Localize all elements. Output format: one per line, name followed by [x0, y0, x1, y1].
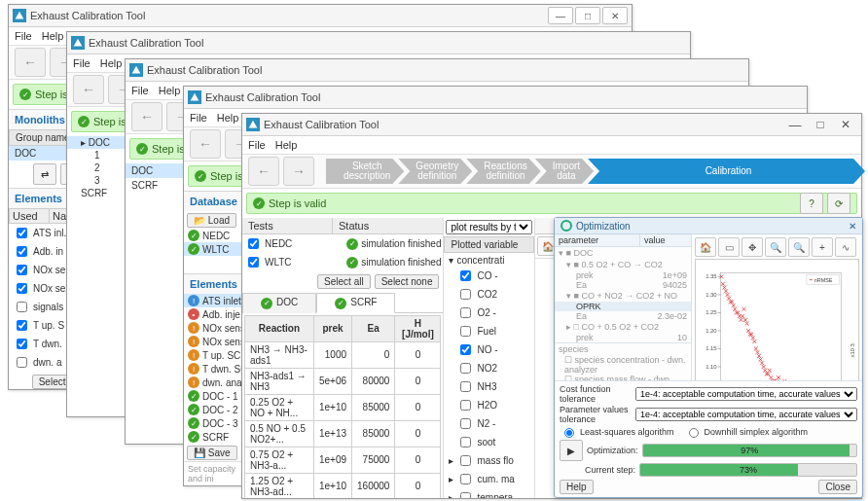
select-all-button[interactable]: Select all — [317, 274, 371, 289]
reaction-row[interactable]: NH3-ads1 → NH35e+06800000 — [245, 368, 441, 394]
plot-mode-select[interactable]: plot results by test — [446, 220, 532, 234]
svg-text:1.15: 1.15 — [705, 345, 717, 351]
cb-o2[interactable] — [460, 307, 471, 318]
menu-help[interactable]: Help — [217, 112, 239, 124]
grp-mass[interactable]: ▸ mass flo — [447, 451, 531, 470]
minimize-button[interactable]: — — [548, 7, 573, 24]
minimize-button[interactable]: — — [783, 117, 807, 132]
home-icon[interactable]: 🏠 — [695, 237, 716, 257]
menu-file[interactable]: File — [190, 112, 207, 124]
opt-selected-param[interactable]: OPRK — [576, 302, 601, 311]
cb-co[interactable] — [460, 270, 471, 281]
zoom-in-icon[interactable]: 🔍 — [765, 237, 786, 257]
reaction-row[interactable]: 0.25 O2 + NO + NH...1e+10850000 — [245, 394, 441, 420]
opt-help-button[interactable]: Help — [560, 480, 594, 494]
window-title: Exhaust Calibration Tool — [264, 119, 781, 130]
opt-cft-select[interactable]: 1e-4: acceptable computation time, accur… — [635, 387, 857, 401]
nav-forward[interactable]: → — [283, 157, 314, 186]
grp-temp[interactable]: ▸ tempera — [447, 488, 531, 498]
test-wltc[interactable]: WLTC✓simulation finished — [242, 253, 443, 271]
menu-file[interactable]: File — [73, 57, 90, 69]
opt-alg-lsq[interactable]: Least-squares algorithm — [560, 425, 674, 438]
opt-chart-toolbar: 🏠 ▭ ✥ 🔍 🔍 + ∿ — [695, 237, 859, 257]
ok-icon: ✓ — [346, 257, 358, 268]
close-button[interactable]: ✕ — [602, 7, 628, 24]
window-title: Exhaust Calibration Tool — [147, 64, 744, 76]
cb-soot[interactable] — [460, 437, 471, 447]
reaction-row[interactable]: 0.75 O2 + NH3-a...1e+09750000 — [245, 447, 441, 473]
select-icon[interactable]: ▭ — [718, 237, 740, 257]
opt-rx-1[interactable]: 0.5 O2 + CO → CO2 — [581, 260, 662, 269]
error-icon: • — [188, 308, 199, 320]
grp-concentration[interactable]: ▾ concentrati — [447, 254, 531, 267]
status-hdr: Status — [333, 218, 443, 233]
save-button[interactable]: 💾 Save — [187, 446, 237, 460]
opt-alg-simplex[interactable]: Downhill simplex algorithm — [684, 425, 809, 438]
close-button[interactable]: ✕ — [834, 117, 857, 132]
menu-help[interactable]: Help — [42, 30, 64, 42]
maximize-button[interactable]: □ — [575, 7, 600, 24]
tab-scrf[interactable]: ✓SCRF — [316, 293, 395, 313]
nav-back[interactable]: ← — [15, 48, 46, 77]
menu-help[interactable]: Help — [275, 139, 298, 151]
cb-no[interactable] — [460, 344, 471, 355]
menu-help[interactable]: Help — [100, 57, 123, 69]
cb-nh3[interactable] — [460, 381, 471, 392]
cb-no2[interactable] — [460, 363, 471, 374]
opt-title: Optimization — [576, 221, 631, 232]
opt-pvt-label: Parameter values tolerance — [560, 405, 632, 424]
nav-back[interactable]: ← — [248, 157, 279, 186]
test-nedc[interactable]: NEDC✓simulation finished — [242, 234, 443, 253]
menu-help[interactable]: Help — [159, 85, 181, 96]
help-icon[interactable]: ? — [800, 193, 823, 214]
opt-rx-3[interactable]: CO + 0.5 O2 + CO2 — [581, 322, 659, 332]
zoom-out-icon[interactable]: 🔍 — [788, 237, 810, 257]
swap-left-icon[interactable]: ⇄ — [33, 163, 56, 185]
maximize-button[interactable]: □ — [809, 117, 832, 132]
crosshair2-icon[interactable]: ∿ — [835, 237, 856, 257]
tab-doc[interactable]: ✓DOC — [242, 293, 316, 313]
cb-fuel[interactable] — [460, 326, 471, 337]
plotted-var-title: Plotted variable — [444, 236, 534, 253]
step-geometry[interactable]: Geometrydefinition — [398, 159, 472, 184]
select-none-button[interactable]: Select none — [375, 274, 440, 289]
opt-close-icon[interactable]: ✕ — [849, 221, 856, 232]
step-reactions[interactable]: Reactionsdefinition — [466, 159, 540, 184]
menu-file[interactable]: File — [248, 139, 266, 151]
svg-point-5 — [561, 221, 571, 231]
load-button[interactable]: 📂 Load — [187, 213, 236, 228]
nav-back[interactable]: ← — [131, 102, 163, 131]
grp-cum[interactable]: ▸ cum. ma — [447, 470, 531, 488]
step-sketch[interactable]: Sketchdescription — [326, 159, 404, 184]
svg-text:1.10: 1.10 — [705, 364, 717, 370]
reaction-row[interactable]: 0.5 NO + 0.5 NO2+...1e+13850000 — [245, 420, 441, 447]
step-calibration[interactable]: Calibration — [588, 159, 865, 184]
opt-close-button[interactable]: Close — [818, 480, 857, 494]
optimization-dialog: Optimization ✕ parameter value ▾ ■ DOC ▾… — [554, 217, 863, 498]
opt-pvt-select[interactable]: 1e-4: acceptable computation time, accur… — [635, 408, 857, 421]
nav-back[interactable]: ← — [190, 129, 221, 159]
menu-file[interactable]: File — [131, 85, 149, 96]
opt-progress: 97% — [642, 444, 857, 457]
cb-h2o[interactable] — [460, 400, 471, 411]
nav-back[interactable]: ← — [73, 75, 104, 104]
opt-rx-2[interactable]: CO + NO2 → CO2 + NO — [581, 291, 677, 301]
reaction-row[interactable]: NH3 → NH3-ads1100000 — [245, 341, 441, 368]
cb-n2[interactable] — [460, 418, 471, 429]
ok-icon: ✓ — [188, 390, 199, 402]
menu-file[interactable]: File — [15, 30, 32, 42]
pan-icon[interactable]: ✥ — [741, 237, 763, 257]
opt-run-icon[interactable]: ▶ — [560, 440, 583, 461]
reaction-table: ReactionprekEaH [J/mol] NH3 → NH3-ads110… — [244, 315, 441, 499]
check-icon: ✓ — [253, 197, 265, 209]
warn-icon: ! — [188, 376, 199, 388]
ok-icon: ✓ — [188, 404, 199, 415]
reaction-row[interactable]: 1.25 O2 + NH3-ad...1e+101600000 — [245, 473, 441, 498]
svg-text:1.20: 1.20 — [705, 328, 717, 334]
crosshair-icon[interactable]: + — [812, 237, 833, 257]
opt-species-title: species — [555, 342, 691, 355]
step-import[interactable]: Importdata — [535, 159, 594, 184]
opt-root[interactable]: DOC — [573, 248, 593, 258]
refresh-icon[interactable]: ⟳ — [827, 193, 850, 214]
cb-co2[interactable] — [460, 289, 471, 300]
